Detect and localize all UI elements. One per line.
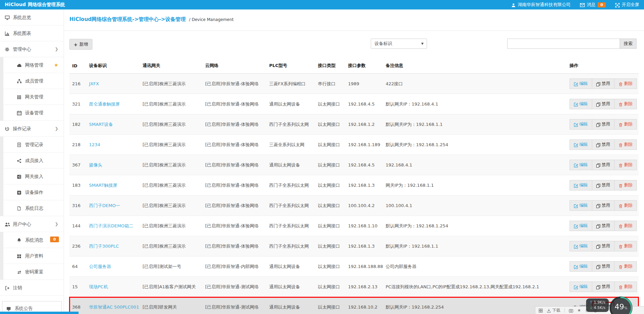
- edit-button[interactable]: 编辑: [570, 99, 592, 109]
- fullscreen-toggle[interactable]: 开启全屏: [615, 2, 639, 8]
- cell-plc-model: 通用以太网设备: [266, 94, 315, 114]
- disable-button[interactable]: 禁用: [592, 99, 615, 109]
- edit-button[interactable]: 编辑: [570, 139, 592, 150]
- gears-icon: [5, 41, 10, 57]
- trash-icon: [619, 284, 623, 289]
- sidebar-item-gateway-manage[interactable]: 网关管理: [0, 89, 64, 105]
- delete-button[interactable]: 删除: [614, 78, 637, 89]
- messages-menu[interactable]: 消息 0: [580, 2, 606, 8]
- delete-button[interactable]: 删除: [614, 139, 637, 150]
- delete-button[interactable]: 删除: [614, 241, 637, 251]
- sidebar-item-manage-records[interactable]: 管理记录: [0, 137, 64, 153]
- delete-button[interactable]: 删除: [614, 221, 637, 231]
- delete-button[interactable]: 删除: [614, 99, 637, 109]
- sidebar-item-logout[interactable]: 注销: [0, 280, 64, 296]
- sidebar-item-device-ops[interactable]: 设备操作: [0, 184, 64, 200]
- sidebar-item-member-access[interactable]: 成员接入: [0, 153, 64, 169]
- device-name-link[interactable]: SMART触摸屏: [89, 183, 117, 188]
- device-name-link[interactable]: 西门子300PLC: [89, 244, 119, 249]
- delete-button[interactable]: 删除: [614, 282, 637, 292]
- disable-button[interactable]: 禁用: [592, 221, 615, 231]
- edit-button[interactable]: 编辑: [570, 200, 592, 211]
- sidebar-item-user-profile[interactable]: 用户资料: [0, 248, 64, 264]
- account-menu[interactable]: 湖南华辰智通科技有限公司: [511, 2, 571, 8]
- cell-interface-type: 以太网接口: [315, 196, 345, 216]
- disable-button[interactable]: 禁用: [592, 282, 615, 292]
- sidebar-item-device-manage[interactable]: 设备管理: [0, 105, 64, 121]
- search-button[interactable]: 搜索: [620, 39, 637, 49]
- upload-arrow-icon: ↑: [589, 300, 593, 305]
- action-label: 编辑: [579, 223, 588, 229]
- device-name-link[interactable]: 摄像头: [89, 162, 102, 167]
- delete-button[interactable]: 删除: [614, 200, 637, 211]
- device-name-link[interactable]: 昆仑通泰触摸屏: [89, 102, 120, 107]
- cell-plc-model: 三菱FX系列编程口: [266, 74, 315, 94]
- sidebar-item-charts[interactable]: 系统图表: [0, 25, 64, 41]
- pencil-icon: [574, 142, 578, 147]
- favorite-tool-icon[interactable]: ★: [577, 308, 581, 313]
- action-label: 禁用: [602, 162, 610, 168]
- plus-icon: [74, 42, 78, 47]
- performance-ring-widget[interactable]: 49%: [608, 295, 634, 314]
- cell-remark: 100.100.4.1: [383, 196, 567, 216]
- device-name-link[interactable]: 西门子演示DEMO箱二: [89, 223, 133, 228]
- filter-field-select[interactable]: 设备标识 ▼: [371, 39, 427, 49]
- copy-icon: [596, 284, 600, 289]
- sidebar-item-overview[interactable]: 系统总览: [0, 9, 64, 25]
- delete-button[interactable]: 删除: [614, 261, 637, 272]
- copy-icon: [596, 183, 600, 188]
- sidebar-item-system-messages[interactable]: 系统消息0: [0, 232, 64, 248]
- search-input[interactable]: [507, 39, 620, 49]
- disable-button[interactable]: 禁用: [592, 139, 615, 150]
- cell-gateway: [已启用]株洲三菱演示: [140, 74, 202, 94]
- device-name-link[interactable]: 现场PC机: [89, 284, 108, 289]
- edit-button[interactable]: 编辑: [570, 282, 592, 292]
- edit-button[interactable]: 编辑: [570, 241, 592, 251]
- device-name-link[interactable]: SMART设备: [89, 122, 113, 127]
- sidebar-item-network-manage[interactable]: 网络管理★: [0, 57, 64, 73]
- add-device-button[interactable]: 新增: [69, 39, 92, 50]
- device-name-link[interactable]: 华辰智通AC 500PLC001: [89, 305, 139, 310]
- sidebar-item-label: 注销: [13, 285, 22, 290]
- delete-button[interactable]: 删除: [614, 180, 637, 190]
- sidebar-item-user-center[interactable]: 用户中心❯: [0, 216, 64, 232]
- device-name-link[interactable]: 西门子DEMO一: [89, 203, 120, 208]
- pencil-icon: [574, 244, 578, 249]
- sidebar-item-op-records[interactable]: 操作记录❯: [0, 121, 64, 137]
- edit-button[interactable]: 编辑: [570, 78, 592, 89]
- copy-icon: [596, 122, 600, 127]
- device-name-link[interactable]: 公司服务器: [89, 264, 111, 269]
- delete-button[interactable]: 删除: [614, 160, 637, 170]
- download-tool[interactable]: 下载: [547, 308, 560, 313]
- cell-remark: 192.168.4.1: [383, 155, 567, 175]
- edit-button[interactable]: 编辑: [570, 180, 592, 190]
- screenshot-tool-icon[interactable]: [569, 308, 573, 313]
- disable-button[interactable]: 禁用: [592, 160, 615, 170]
- grid-tool-icon[interactable]: [539, 308, 543, 313]
- device-name-link[interactable]: 1234: [89, 142, 100, 147]
- device-name-link[interactable]: JXFX: [89, 81, 99, 86]
- disable-button[interactable]: 禁用: [592, 241, 615, 251]
- sidebar-item-label: 网关接入: [25, 174, 43, 179]
- sidebar-item-password-reset[interactable]: 密码重置: [0, 264, 64, 280]
- favorite-star-icon[interactable]: ★: [54, 57, 58, 73]
- edit-button[interactable]: 编辑: [570, 261, 592, 272]
- sidebar-item-member-manage[interactable]: 成员管理: [0, 73, 64, 89]
- disable-button[interactable]: 禁用: [592, 200, 615, 211]
- edit-button[interactable]: 编辑: [570, 160, 592, 170]
- disable-button[interactable]: 禁用: [592, 261, 615, 272]
- table-row: 316西门子DEMO一[已启用]株洲三菱演示[已启用]华辰智通-体验网络西门子全…: [69, 196, 639, 216]
- disable-button[interactable]: 禁用: [592, 119, 615, 130]
- edit-button[interactable]: 编辑: [570, 119, 592, 130]
- disable-button[interactable]: 禁用: [592, 180, 615, 190]
- edit-button[interactable]: 编辑: [570, 221, 592, 231]
- cell-interface-param: 192.168.1.2: [345, 114, 383, 135]
- action-label: 禁用: [602, 203, 610, 208]
- disable-button[interactable]: 禁用: [592, 78, 615, 89]
- sidebar-item-system-logs[interactable]: 系统日志: [0, 200, 64, 216]
- device-table: ID设备标识通讯网关云网络PLC型号接口类型接口参数备注信息操作 216JXFX…: [69, 57, 639, 314]
- sidebar-item-gateway-access[interactable]: 网关接入: [0, 169, 64, 184]
- cell-device-name: 西门子DEMO一: [86, 196, 140, 216]
- sidebar-item-manage-center[interactable]: 管理中心❯: [0, 41, 64, 57]
- delete-button[interactable]: 删除: [614, 119, 637, 130]
